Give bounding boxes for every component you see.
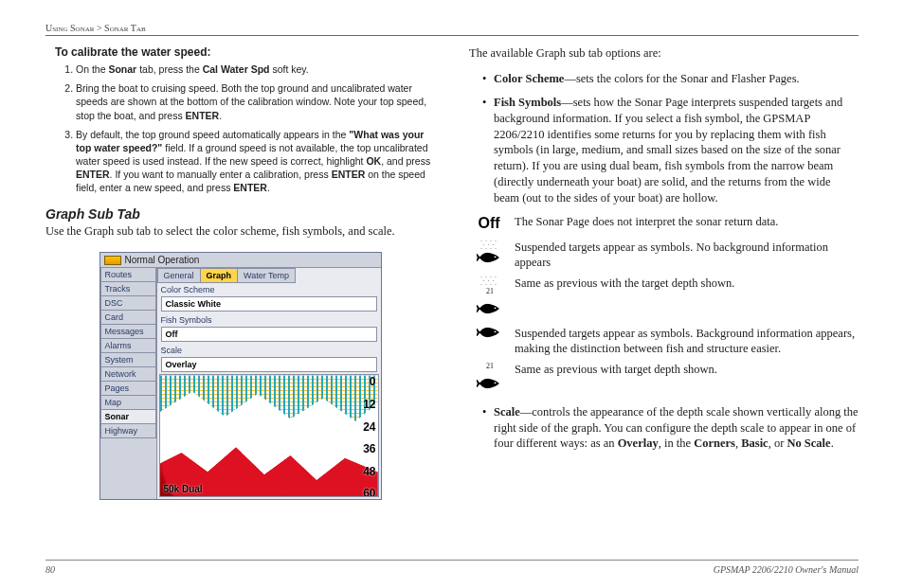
- device-screenshot: Normal Operation RoutesTracksDSCCardMess…: [99, 252, 382, 500]
- device-subtab[interactable]: Graph: [200, 268, 239, 283]
- off-icon: Off: [473, 214, 505, 234]
- page-footer: 80 GPSMAP 2206/2210 Owner's Manual: [45, 560, 859, 575]
- svg-point-2: [495, 330, 497, 332]
- breadcrumb-page: Sonar Tab: [104, 23, 146, 33]
- manual-title: GPSMAP 2206/2210 Owner's Manual: [714, 564, 859, 575]
- device-field-label: Fish Symbols: [157, 313, 381, 327]
- device-field-label: Scale: [157, 344, 381, 357]
- left-column: To calibrate the water speed: On the Son…: [45, 45, 435, 500]
- fish-symbol-row: OffThe Sonar Page does not interpret the…: [473, 214, 859, 234]
- options-intro: The available Graph sub tab options are:: [469, 45, 859, 62]
- device-titlebar: Normal Operation: [100, 253, 381, 268]
- device-subtab[interactable]: Water Temp: [237, 268, 296, 283]
- fish-symbol-description: Suspended targets appear as symbols. No …: [515, 240, 859, 271]
- device-side-tab[interactable]: Alarms: [100, 338, 156, 353]
- fish-solid-depth-icon: 21: [473, 362, 505, 395]
- svg-point-0: [495, 256, 497, 258]
- device-side-tabs: RoutesTracksDSCCardMessagesAlarmsSystemN…: [100, 268, 157, 499]
- sonar-surface-noise: [160, 375, 378, 421]
- svg-point-1: [495, 308, 497, 310]
- options-list-1: Color Scheme—sets the colors for the Son…: [482, 71, 859, 206]
- fish-dots-depth-icon: ∙ ∙ ∙ ∙∙ ∙ ∙∙ ∙ ∙ ∙21: [473, 276, 505, 320]
- device-side-tab[interactable]: DSC: [100, 295, 156, 311]
- procedure-steps: On the Sonar tab, press the Cal Water Sp…: [76, 62, 435, 195]
- device-subtabs: GeneralGraphWater Temp: [157, 268, 381, 283]
- graph-subtab-heading: Graph Sub Tab: [45, 206, 435, 222]
- sonar-graph: 01224364860 50k Dual: [159, 374, 379, 497]
- noise-dots-icon: ∙ ∙ ∙ ∙∙ ∙ ∙∙ ∙ ∙ ∙: [473, 276, 505, 287]
- device-main-panel: GeneralGraphWater Temp Color SchemeClass…: [157, 268, 381, 499]
- device-field-value[interactable]: Classic White: [161, 296, 377, 312]
- device-side-tab[interactable]: Pages: [100, 381, 156, 396]
- procedure-heading: To calibrate the water speed:: [55, 45, 435, 59]
- procedure-step: By default, the top ground speed automat…: [76, 128, 435, 195]
- depth-scale-number: 60: [363, 487, 375, 497]
- fish-symbol-description: Suspended targets appear as symbols. Bac…: [515, 326, 859, 357]
- device-side-tab[interactable]: Routes: [100, 267, 156, 282]
- fish-symbol-description: Same as previous with the target depth s…: [515, 276, 859, 291]
- device-side-tab[interactable]: System: [100, 352, 156, 367]
- breadcrumb: Using Sonar > Sonar Tab: [45, 23, 859, 36]
- device-field-value[interactable]: Off: [161, 327, 377, 342]
- graph-subtab-intro: Use the Graph sub tab to select the colo…: [45, 223, 435, 240]
- device-fields: Color SchemeClassic WhiteFish SymbolsOff…: [157, 283, 381, 372]
- fish-symbol-row: Suspended targets appear as symbols. Bac…: [473, 326, 859, 357]
- fish-solid-icon: [473, 326, 505, 339]
- fish-symbol-row: ∙ ∙ ∙ ∙∙ ∙ ∙∙ ∙ ∙ ∙ Suspended targets ap…: [473, 240, 859, 271]
- option-item: Fish Symbols—sets how the Sonar Page int…: [482, 95, 859, 206]
- device-title: Normal Operation: [125, 255, 200, 265]
- device-side-tab[interactable]: Network: [100, 366, 156, 382]
- device-side-tab[interactable]: Card: [100, 310, 156, 325]
- device-field-label: Color Scheme: [157, 283, 381, 296]
- device-side-tab[interactable]: Sonar: [100, 409, 156, 424]
- depth-scale-number: 36: [363, 442, 375, 455]
- noise-dots-icon: ∙ ∙ ∙ ∙∙ ∙ ∙∙ ∙ ∙ ∙: [477, 240, 501, 251]
- procedure-step: On the Sonar tab, press the Cal Water Sp…: [76, 62, 435, 76]
- procedure-step: Bring the boat to cruising speed. Both t…: [76, 81, 435, 122]
- depth-scale-number: 12: [363, 398, 375, 411]
- device-field-value[interactable]: Overlay: [161, 357, 377, 372]
- fish-symbol-table: OffThe Sonar Page does not interpret the…: [473, 214, 859, 395]
- option-item: Color Scheme—sets the colors for the Son…: [482, 71, 859, 87]
- svg-point-3: [495, 383, 497, 384]
- device-side-tab[interactable]: Map: [100, 395, 156, 410]
- breadcrumb-section: Using Sonar: [45, 23, 94, 33]
- depth-scale-number: 0: [370, 375, 376, 388]
- page-number: 80: [45, 564, 55, 575]
- depth-scale-number: 48: [363, 465, 375, 478]
- device-side-tab[interactable]: Tracks: [100, 281, 156, 296]
- fish-symbol-row: ∙ ∙ ∙ ∙∙ ∙ ∙∙ ∙ ∙ ∙21 Same as previous w…: [473, 276, 859, 320]
- fish-symbol-row: 21 Same as previous with target depth sh…: [473, 362, 859, 395]
- right-column: The available Graph sub tab options are:…: [469, 45, 859, 500]
- fish-dots-icon: ∙ ∙ ∙ ∙∙ ∙ ∙∙ ∙ ∙ ∙: [473, 240, 505, 268]
- fish-symbol-description: Same as previous with target depth shown…: [515, 362, 859, 377]
- fish-symbol-description: The Sonar Page does not interpret the so…: [515, 214, 859, 229]
- satellite-icon: [104, 256, 121, 265]
- device-side-tab[interactable]: Highway: [100, 423, 156, 438]
- options-list-2: Scale—controls the appearance of the dep…: [482, 404, 859, 453]
- depth-scale-number: 24: [363, 420, 375, 434]
- device-side-tab[interactable]: Messages: [100, 324, 156, 339]
- option-item: Scale—controls the appearance of the dep…: [482, 404, 859, 453]
- device-subtab[interactable]: General: [157, 268, 201, 283]
- sonar-freq-label: 50k Dual: [164, 485, 203, 494]
